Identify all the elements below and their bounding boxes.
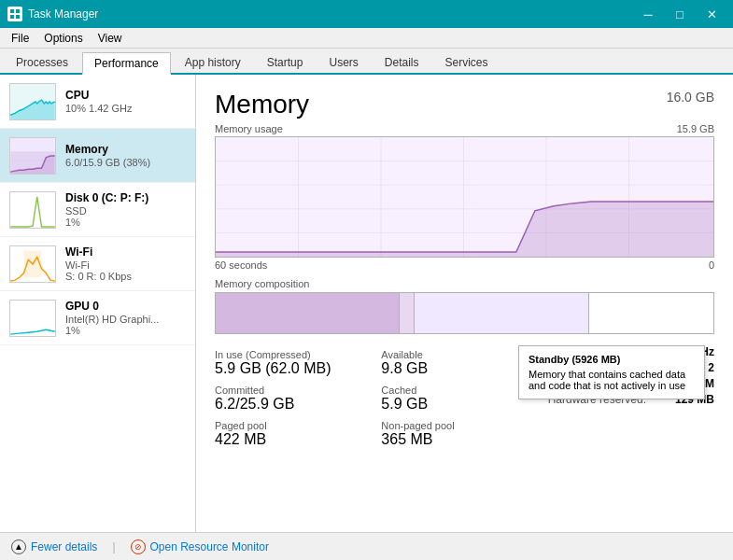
- main-content: CPU 10% 1.42 GHz Memory 6.0/15.9 GB (38%…: [0, 75, 733, 532]
- tab-processes[interactable]: Processes: [4, 50, 80, 73]
- composition-bar: [215, 292, 714, 334]
- non-paged-value: 365 MB: [381, 431, 547, 448]
- content-area: Memory 16.0 GB Memory usage 15.9 GB: [196, 75, 733, 532]
- tooltip-text: Memory that contains cached data and cod…: [529, 369, 695, 391]
- in-use-value: 5.9 GB (62.0 MB): [215, 360, 381, 377]
- menu-file[interactable]: File: [4, 30, 36, 47]
- window-controls: ─ □ ✕: [634, 0, 726, 28]
- wifi-pct: S: 0 R: 0 Kbps: [65, 271, 186, 282]
- paged-label: Paged pool: [215, 420, 381, 431]
- gpu-sub: Intel(R) HD Graphi...: [65, 314, 186, 325]
- svg-rect-2: [10, 15, 14, 19]
- menu-view[interactable]: View: [91, 30, 130, 47]
- gpu-name: GPU 0: [65, 300, 186, 313]
- sidebar-item-cpu[interactable]: CPU 10% 1.42 GHz: [0, 75, 195, 129]
- disk-info: Disk 0 (C: P: F:) SSD 1%: [65, 191, 186, 228]
- gpu-info: GPU 0 Intel(R) HD Graphi... 1%: [65, 300, 186, 336]
- cpu-info: CPU 10% 1.42 GHz: [65, 89, 186, 114]
- tab-bar: Processes Performance App history Startu…: [0, 49, 733, 75]
- sidebar-item-gpu[interactable]: GPU 0 Intel(R) HD Graphi... 1%: [0, 291, 195, 345]
- menu-options[interactable]: Options: [36, 30, 90, 47]
- chart-time-row: 60 seconds 0: [215, 259, 714, 271]
- disk-pct: 1%: [65, 217, 186, 228]
- disk-name: Disk 0 (C: P: F:): [65, 191, 186, 204]
- title-left: Task Manager: [7, 7, 98, 21]
- monitor-icon: ⊘: [131, 539, 146, 554]
- wifi-name: Wi-Fi: [65, 245, 186, 259]
- minimize-button[interactable]: ─: [634, 0, 662, 28]
- memory-info: Memory 6.0/15.9 GB (38%): [65, 143, 186, 168]
- memory-chart: [215, 136, 714, 258]
- window-title: Task Manager: [28, 7, 98, 21]
- chart-label-row: Memory usage 15.9 GB: [215, 123, 714, 134]
- tab-users[interactable]: Users: [317, 50, 370, 73]
- tab-startup[interactable]: Startup: [255, 50, 316, 73]
- app-icon: [7, 7, 22, 21]
- svg-rect-1: [16, 9, 20, 13]
- composition-section: Memory composition: [215, 278, 714, 334]
- stat-in-use: In use (Compressed) 5.9 GB (62.0 MB): [215, 345, 381, 381]
- memory-usage-section: Memory usage 15.9 GB: [215, 123, 714, 271]
- memory-name: Memory: [65, 143, 186, 156]
- fewer-details-link[interactable]: Fewer details: [31, 540, 97, 553]
- sidebar-item-memory[interactable]: Memory 6.0/15.9 GB (38%): [0, 129, 195, 183]
- memory-sub: 6.0/15.9 GB (38%): [65, 157, 186, 168]
- close-button[interactable]: ✕: [698, 0, 726, 28]
- disk-graph: [9, 191, 56, 229]
- tab-performance[interactable]: Performance: [82, 52, 171, 75]
- wifi-sub: Wi-Fi: [65, 259, 186, 271]
- fewer-details-container[interactable]: ▲ Fewer details: [11, 539, 97, 554]
- content-total: 16.0 GB: [667, 90, 714, 105]
- time-left: 60 seconds: [215, 259, 267, 271]
- committed-label: Committed: [215, 385, 381, 396]
- tooltip-title: Standby (5926 MB): [529, 354, 695, 365]
- stat-committed: Committed 6.2/25.9 GB: [215, 381, 381, 416]
- menu-bar: File Options View: [0, 28, 733, 49]
- usage-max: 15.9 GB: [677, 123, 714, 134]
- svg-rect-0: [10, 9, 14, 13]
- sidebar-item-wifi[interactable]: Wi-Fi Wi-Fi S: 0 R: 0 Kbps: [0, 237, 195, 291]
- content-total-block: 16.0 GB: [667, 90, 714, 105]
- tab-app-history[interactable]: App history: [173, 50, 253, 73]
- cpu-graph: [9, 83, 56, 120]
- memory-sidebar-graph: [9, 137, 56, 175]
- composition-label: Memory composition: [215, 278, 714, 289]
- tab-details[interactable]: Details: [373, 50, 431, 73]
- bar-modified: [400, 293, 415, 333]
- bar-standby: [415, 293, 589, 333]
- title-bar: Task Manager ─ □ ✕: [0, 0, 733, 28]
- content-title: Memory: [215, 90, 309, 119]
- tab-services[interactable]: Services: [433, 50, 500, 73]
- cpu-sub: 10% 1.42 GHz: [65, 103, 186, 114]
- paged-value: 422 MB: [215, 431, 381, 448]
- usage-label: Memory usage: [215, 123, 283, 134]
- standby-tooltip: Standby (5926 MB) Memory that contains c…: [518, 345, 705, 399]
- bar-in-use: [216, 293, 400, 333]
- wifi-graph: [9, 245, 56, 283]
- non-paged-label: Non-paged pool: [381, 420, 547, 431]
- content-header: Memory 16.0 GB: [215, 90, 714, 119]
- arrow-up-icon: ▲: [11, 539, 26, 554]
- bottom-separator: |: [112, 540, 115, 553]
- stat-non-paged: Non-paged pool 365 MB: [381, 416, 547, 452]
- sidebar: CPU 10% 1.42 GHz Memory 6.0/15.9 GB (38%…: [0, 75, 196, 532]
- stat-paged: Paged pool 422 MB: [215, 416, 381, 452]
- bottom-bar: ▲ Fewer details | ⊘ Open Resource Monito…: [0, 532, 733, 560]
- time-right: 0: [709, 259, 714, 271]
- sidebar-item-disk[interactable]: Disk 0 (C: P: F:) SSD 1%: [0, 183, 195, 237]
- gpu-pct: 1%: [65, 325, 186, 336]
- committed-value: 6.2/25.9 GB: [215, 396, 381, 413]
- in-use-label: In use (Compressed): [215, 349, 381, 360]
- maximize-button[interactable]: □: [666, 0, 694, 28]
- open-monitor-container[interactable]: ⊘ Open Resource Monitor: [131, 539, 269, 554]
- disk-sub: SSD: [65, 205, 186, 217]
- wifi-info: Wi-Fi Wi-Fi S: 0 R: 0 Kbps: [65, 245, 186, 282]
- open-monitor-link[interactable]: Open Resource Monitor: [150, 540, 269, 553]
- stats-left: In use (Compressed) 5.9 GB (62.0 MB) Com…: [215, 345, 381, 452]
- bar-free: [589, 293, 713, 333]
- gpu-graph: [9, 300, 56, 337]
- cpu-name: CPU: [65, 89, 186, 102]
- svg-rect-3: [16, 15, 20, 19]
